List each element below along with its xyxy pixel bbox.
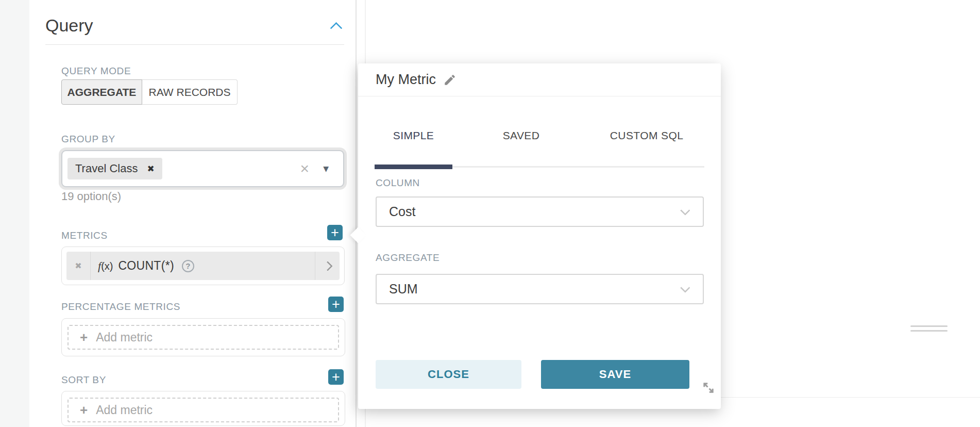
add-metric-button[interactable]: + — [327, 225, 343, 240]
chevron-down-icon — [680, 283, 690, 293]
query-mode-label: QUERY MODE — [61, 65, 131, 77]
panel-divider — [356, 0, 357, 427]
query-mode-raw-records-button[interactable]: RAW RECORDS — [142, 79, 238, 105]
dropdown-caret-icon[interactable]: ▼ — [323, 165, 329, 173]
group-by-tag-label: Travel Class — [75, 162, 138, 175]
resize-diagonal-icon[interactable] — [701, 381, 716, 395]
add-sort-metric-dropzone[interactable]: + Add metric — [67, 398, 339, 422]
column-select[interactable]: Cost — [376, 196, 704, 227]
tab-custom-sql[interactable]: CUSTOM SQL — [590, 117, 703, 166]
group-by-label: GROUP BY — [61, 134, 115, 145]
group-by-tag[interactable]: Travel Class ✖ — [67, 158, 162, 179]
add-sort-metric-button[interactable]: + — [328, 369, 344, 385]
remove-tag-icon[interactable]: ✖ — [147, 163, 154, 174]
close-button[interactable]: CLOSE — [376, 360, 521, 389]
column-label: COLUMN — [376, 177, 420, 189]
group-by-select[interactable]: Travel Class ✖ × ▼ — [61, 150, 344, 187]
aggregate-select[interactable]: SUM — [376, 274, 704, 304]
plus-icon: + — [80, 403, 88, 417]
clear-select-icon[interactable]: × — [300, 161, 309, 176]
active-tab-underline — [375, 165, 452, 169]
plus-icon: + — [332, 370, 340, 384]
help-icon[interactable]: ? — [182, 260, 194, 272]
save-button[interactable]: SAVE — [541, 360, 689, 389]
collapse-section-chevron-icon[interactable] — [330, 22, 342, 34]
add-percentage-metric-button[interactable]: + — [328, 297, 344, 312]
sort-by-container: + Add metric — [61, 391, 345, 426]
plus-icon: + — [331, 226, 339, 240]
aggregate-select-value: SUM — [389, 282, 418, 297]
percentage-metrics-label: PERCENTAGE METRICS — [61, 301, 180, 313]
section-title-divider — [45, 44, 344, 45]
add-percentage-metric-dropzone[interactable]: + Add metric — [67, 325, 339, 350]
edit-pencil-icon[interactable] — [443, 73, 457, 87]
tab-saved[interactable]: SAVED — [485, 117, 557, 166]
add-metric-placeholder: Add metric — [96, 331, 153, 344]
query-mode-aggregate-button[interactable]: AGGREGATE — [61, 79, 142, 105]
tab-simple-label: SIMPLE — [393, 129, 434, 166]
percentage-metrics-container: + Add metric — [61, 318, 345, 356]
sort-by-label: SORT BY — [61, 374, 106, 386]
query-section-title: Query — [45, 15, 93, 36]
remove-metric-icon[interactable]: ✖ — [66, 252, 91, 280]
group-by-options-count: 19 option(s) — [61, 190, 121, 203]
tab-simple[interactable]: SIMPLE — [375, 117, 452, 166]
open-metric-chevron[interactable] — [315, 252, 340, 280]
tab-saved-label: SAVED — [503, 129, 540, 166]
resize-handle-line[interactable] — [910, 325, 948, 327]
metrics-container: ✖ f(x) COUNT(*) ? — [61, 247, 345, 285]
resize-handle-line[interactable] — [910, 330, 948, 332]
plus-icon: + — [332, 298, 340, 311]
metric-tabs: SIMPLE SAVED CUSTOM SQL — [375, 117, 704, 168]
popover-title: My Metric — [376, 72, 436, 88]
metrics-label: METRICS — [61, 230, 108, 241]
tab-custom-sql-label: CUSTOM SQL — [610, 129, 683, 166]
metric-pill[interactable]: ✖ f(x) COUNT(*) ? — [66, 252, 340, 280]
left-gutter — [0, 0, 29, 427]
function-icon: f(x) — [98, 259, 113, 273]
column-select-value: Cost — [389, 204, 415, 219]
plus-icon: + — [80, 331, 88, 344]
query-mode-toggle: AGGREGATE RAW RECORDS — [61, 79, 238, 105]
aggregate-label: AGGREGATE — [376, 252, 440, 264]
popover-header: My Metric — [358, 63, 721, 96]
chevron-right-icon — [323, 261, 333, 271]
metric-expression: COUNT(*) — [118, 259, 174, 273]
popover-arrow — [350, 227, 366, 243]
add-metric-placeholder: Add metric — [96, 403, 153, 417]
metric-editor-popover: My Metric SIMPLE SAVED CUSTOM SQL COLUMN… — [358, 63, 721, 409]
chevron-down-icon — [680, 205, 690, 216]
